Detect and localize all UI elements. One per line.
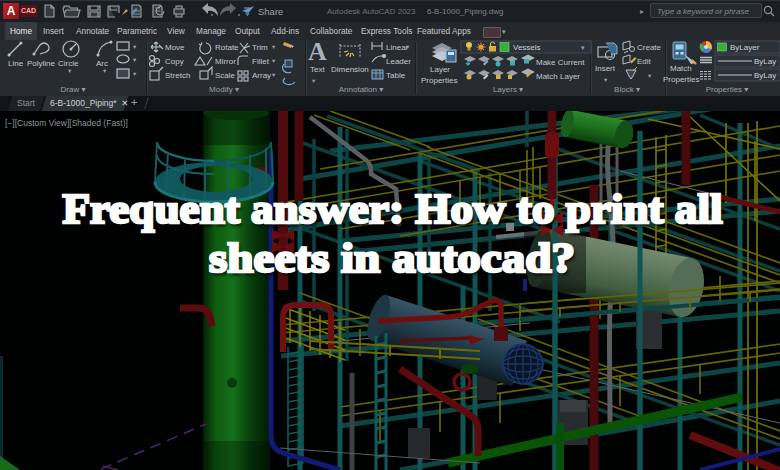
svg-text:Match: Match <box>670 64 692 73</box>
svg-text:ByLay: ByLay <box>754 71 776 80</box>
svg-text:Properties: Properties <box>421 76 457 85</box>
svg-text:▾: ▾ <box>133 43 137 50</box>
svg-text:▾: ▾ <box>133 70 137 77</box>
svg-text:Dimension: Dimension <box>331 65 369 74</box>
svg-text:Create: Create <box>637 43 662 52</box>
svg-text:▾: ▾ <box>581 44 585 51</box>
svg-text:Copy: Copy <box>165 57 184 66</box>
svg-text:Text: Text <box>310 65 325 74</box>
svg-text:Move: Move <box>165 43 185 52</box>
svg-text:Make Current: Make Current <box>536 58 585 67</box>
svg-text:Layer: Layer <box>430 65 450 74</box>
svg-text:▾: ▾ <box>604 76 608 83</box>
svg-text:▾: ▾ <box>272 71 276 78</box>
svg-text:Circle: Circle <box>58 59 79 68</box>
svg-text:Polyline: Polyline <box>27 59 56 68</box>
svg-text:Table: Table <box>386 71 406 80</box>
svg-text:▾: ▾ <box>406 43 410 50</box>
svg-text:Fillet: Fillet <box>252 57 270 66</box>
svg-text:▾: ▾ <box>68 67 72 74</box>
svg-text:Scale: Scale <box>215 71 236 80</box>
svg-text:Arc: Arc <box>96 59 108 68</box>
svg-text:▾: ▾ <box>272 43 276 50</box>
svg-text:Rotate: Rotate <box>215 43 239 52</box>
svg-text:Insert: Insert <box>595 64 616 73</box>
svg-text:Trim: Trim <box>252 43 268 52</box>
svg-text:ByLay: ByLay <box>754 57 776 66</box>
svg-text:▾: ▾ <box>103 67 107 74</box>
svg-text:▾: ▾ <box>272 57 276 64</box>
svg-text:Properties: Properties <box>663 75 699 84</box>
svg-text:▾: ▾ <box>133 56 137 63</box>
svg-text:Vessels: Vessels <box>513 43 541 52</box>
svg-text:Leader: Leader <box>386 57 411 66</box>
svg-text:Line: Line <box>8 59 24 68</box>
svg-text:A: A <box>308 40 327 66</box>
svg-text:Match Layer: Match Layer <box>536 72 580 81</box>
svg-text:▾: ▾ <box>312 77 316 84</box>
svg-text:Mirror: Mirror <box>215 57 236 66</box>
svg-text:Edit: Edit <box>637 57 652 66</box>
svg-text:Stretch: Stretch <box>165 71 190 80</box>
svg-text:Array: Array <box>252 71 271 80</box>
svg-text:ByLayer: ByLayer <box>730 43 760 52</box>
svg-text:▾: ▾ <box>648 72 652 79</box>
